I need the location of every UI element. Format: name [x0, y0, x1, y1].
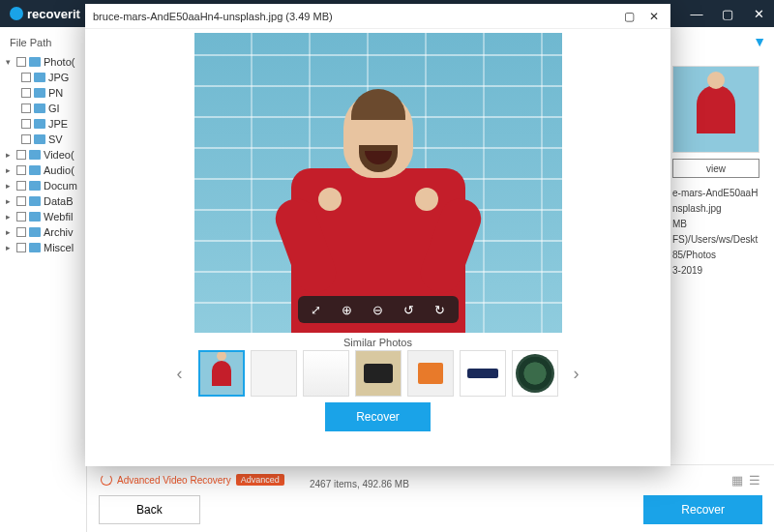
modal-titlebar: bruce-mars-AndE50aaHn4-unsplash.jpg (3.4… [85, 4, 670, 29]
details-date: 3-2019 [672, 263, 764, 279]
modal-filename: bruce-mars-AndE50aaHn4-unsplash.jpg [93, 11, 283, 22]
close-button[interactable]: ✕ [743, 0, 774, 27]
advanced-badge: Advanced [236, 474, 284, 486]
thumb-6[interactable] [460, 350, 506, 397]
thumb-3[interactable] [303, 350, 349, 397]
sidebar: File Path ▾Photo( JPG PN GI JPE SV ▸Vide… [0, 27, 87, 532]
file-tree: ▾Photo( JPG PN GI JPE SV ▸Video( ▸Audio(… [0, 52, 86, 257]
preview-image: ⤢ ⊕ ⊖ ↺ ↻ [194, 33, 562, 333]
thumb-2[interactable] [251, 350, 297, 397]
view-mode-toggle[interactable]: ▦☰ [731, 473, 760, 488]
thumb-5[interactable] [407, 350, 454, 397]
thumb-4[interactable] [355, 350, 402, 397]
refresh-icon [101, 474, 112, 486]
details-path: FS)/Users/ws/Deskt 85/Photos [672, 232, 764, 263]
file-path-label: File Path [0, 33, 86, 52]
details-size: MB [672, 217, 764, 232]
logo-icon [10, 7, 23, 20]
thumbs-prev-button[interactable]: ‹ [167, 364, 193, 384]
details-view-button[interactable]: view [672, 159, 759, 178]
grid-view-icon: ▦ [731, 473, 743, 488]
tree-item-webfiles[interactable]: ▸Webfil [4, 209, 82, 224]
image-toolbar: ⤢ ⊕ ⊖ ↺ ↻ [298, 296, 459, 323]
preview-area: ⤢ ⊕ ⊖ ↺ ↻ Similar Photos ‹ › Recover [85, 29, 670, 466]
modal-filesize: (3.49 MB) [285, 11, 332, 22]
fullscreen-icon[interactable]: ⤢ [308, 301, 325, 318]
details-thumbnail [672, 66, 759, 153]
tree-item-audio[interactable]: ▸Audio( [4, 163, 82, 178]
similar-photos-label: Similar Photos [343, 337, 412, 348]
window-controls: — ▢ ✕ [681, 0, 774, 27]
brand-text: recoverit [27, 7, 80, 21]
zoom-in-icon[interactable]: ⊕ [339, 301, 356, 318]
tree-item-video[interactable]: ▸Video( [4, 147, 82, 163]
modal-maximize-button[interactable]: ▢ [620, 8, 638, 25]
tree-item-misc[interactable]: ▸Miscel [4, 240, 82, 255]
tree-item-jpeg[interactable]: JPE [4, 116, 82, 132]
tree-item-photo[interactable]: ▾Photo( [4, 54, 82, 70]
tree-item-database[interactable]: ▸DataB [4, 193, 82, 209]
minimize-button[interactable]: — [681, 0, 712, 27]
tree-item-archive[interactable]: ▸Archiv [4, 224, 82, 240]
modal-close-button[interactable]: ✕ [645, 8, 663, 25]
thumb-7[interactable] [512, 350, 558, 397]
similar-thumbnails: ‹ › [167, 350, 589, 397]
details-name: e-mars-AndE50aaH nsplash.jpg [672, 186, 764, 217]
preview-modal: bruce-mars-AndE50aaHn4-unsplash.jpg (3.4… [85, 4, 670, 466]
thumbs-next-button[interactable]: › [564, 364, 589, 384]
filter-icon[interactable]: ▼ [753, 34, 766, 49]
tree-item-jpg[interactable]: JPG [4, 70, 82, 85]
rotate-right-icon[interactable]: ↻ [432, 301, 449, 318]
back-button[interactable]: Back [99, 495, 200, 524]
list-view-icon: ☰ [749, 473, 760, 488]
recover-button[interactable]: Recover [643, 495, 762, 524]
app-logo: recoverit [0, 7, 90, 21]
details-panel: view e-mars-AndE50aaH nsplash.jpg MB FS)… [672, 66, 764, 279]
tree-item-svg[interactable]: SV [4, 132, 82, 147]
advanced-recovery-link[interactable]: Advanced Video Recovery Advanced [101, 474, 284, 486]
modal-recover-button[interactable]: Recover [325, 402, 431, 431]
tree-item-png[interactable]: PN [4, 85, 82, 101]
zoom-out-icon[interactable]: ⊖ [370, 301, 387, 318]
tree-item-document[interactable]: ▸Docum [4, 178, 82, 193]
status-count: 2467 items, 492.86 MB [310, 479, 409, 489]
maximize-button[interactable]: ▢ [712, 0, 743, 27]
rotate-left-icon[interactable]: ↺ [401, 301, 418, 318]
thumb-1[interactable] [198, 350, 245, 397]
tree-item-gif[interactable]: GI [4, 101, 82, 116]
